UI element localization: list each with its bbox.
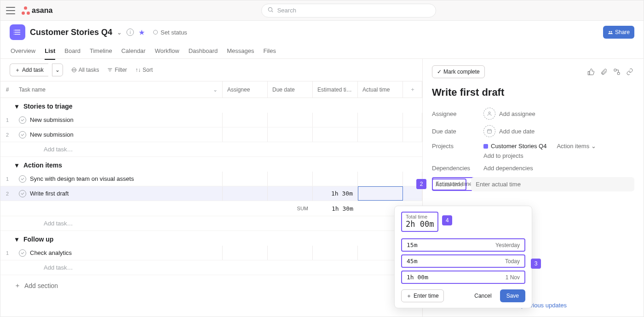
- list-pane: ＋ Add task ⌄ All tasks Filter ↑↓ Sort # …: [0, 59, 423, 317]
- assignee-label: Assignee: [432, 110, 483, 117]
- col-hash: #: [0, 81, 14, 98]
- actual-cell[interactable]: [358, 186, 403, 201]
- add-dependencies-button[interactable]: Add dependencies: [483, 165, 533, 172]
- save-button[interactable]: Save: [500, 289, 525, 302]
- projects-label: Projects: [432, 143, 483, 150]
- add-task-inline[interactable]: Add task…: [0, 142, 422, 157]
- time-entry-row[interactable]: 45m Today: [401, 254, 525, 268]
- menu-icon[interactable]: [6, 7, 15, 14]
- col-task-name[interactable]: Task name ⌄: [14, 81, 223, 98]
- chevron-down-icon: ⌄: [213, 86, 218, 93]
- add-task-dropdown[interactable]: ⌄: [52, 63, 63, 76]
- tab-overview[interactable]: Overview: [11, 45, 35, 60]
- task-row[interactable]: 1 Check analytics: [0, 246, 422, 260]
- project-title: Customer Stories Q4: [30, 28, 112, 37]
- status-dot-icon: [153, 30, 158, 35]
- project-chip[interactable]: Customer Stories Q4: [483, 143, 546, 150]
- dependencies-label: Dependencies: [432, 165, 483, 172]
- tab-timeline[interactable]: Timeline: [90, 45, 112, 60]
- asana-logo[interactable]: asana: [22, 6, 52, 15]
- col-estimated-time[interactable]: Estimated ti…: [313, 81, 358, 98]
- task-row[interactable]: 2 Write first draft 1h 30m: [0, 186, 422, 201]
- calendar-icon: [483, 125, 495, 137]
- add-section-button[interactable]: ＋ Add section: [0, 275, 422, 294]
- col-actual-time[interactable]: Actual time: [358, 81, 403, 98]
- tab-calendar[interactable]: Calendar: [121, 45, 146, 60]
- caret-down-icon: ▾: [15, 236, 18, 243]
- complete-checkbox-icon[interactable]: [19, 190, 26, 197]
- caret-down-icon: ▾: [15, 161, 18, 169]
- task-row[interactable]: 2 New submission: [0, 127, 422, 142]
- project-section-dropdown[interactable]: Action items ⌄: [557, 143, 596, 150]
- svg-point-6: [14, 32, 15, 33]
- caret-down-icon: ▾: [15, 103, 18, 110]
- subtask-icon[interactable]: [612, 67, 621, 76]
- project-header: Customer Stories Q4 ⌄ i ★ Set status Sha…: [0, 21, 644, 58]
- search-icon: [267, 6, 274, 14]
- svg-point-9: [610, 31, 612, 33]
- chevron-down-icon[interactable]: ⌄: [117, 29, 122, 36]
- actual-time-label: Actual time: [432, 179, 466, 190]
- complete-checkbox-icon[interactable]: [19, 249, 26, 257]
- col-assignee[interactable]: Assignee: [223, 81, 268, 98]
- set-status-button[interactable]: Set status: [153, 29, 187, 36]
- svg-rect-16: [614, 69, 616, 71]
- add-task-inline[interactable]: Add task…: [0, 216, 422, 231]
- add-due-date-button[interactable]: Add due date: [483, 125, 535, 137]
- search-placeholder: Search: [277, 7, 296, 14]
- search-input[interactable]: Search: [261, 4, 436, 17]
- svg-line-1: [271, 11, 273, 12]
- project-tabs: Overview List Board Timeline Calendar Wo…: [10, 45, 634, 60]
- attachment-icon[interactable]: [599, 67, 609, 76]
- share-button[interactable]: Share: [603, 26, 634, 39]
- total-time-box: Total time 2h 00m: [401, 212, 438, 232]
- section-stories-to-triage[interactable]: ▾ Stories to triage: [0, 98, 422, 113]
- enter-actual-time-button[interactable]: Enter actual time: [471, 177, 634, 191]
- svg-point-7: [14, 34, 15, 35]
- add-task-inline[interactable]: Add task…: [0, 260, 422, 275]
- section-sum-row: SUM 1h 30m: [0, 201, 422, 216]
- task-row[interactable]: 1 Sync with design team on visual assets: [0, 172, 422, 186]
- svg-rect-19: [488, 130, 492, 133]
- tab-files[interactable]: Files: [264, 45, 276, 60]
- enter-time-button[interactable]: ＋ Enter time: [401, 289, 444, 302]
- asana-logo-icon: [22, 6, 30, 15]
- section-action-items[interactable]: ▾ Action items: [0, 157, 422, 172]
- complete-checkbox-icon[interactable]: [19, 131, 26, 138]
- svg-point-0: [268, 7, 272, 11]
- complete-checkbox-icon[interactable]: [19, 175, 26, 183]
- col-due-date[interactable]: Due date: [268, 81, 313, 98]
- svg-point-5: [14, 30, 15, 31]
- add-to-projects-button[interactable]: Add to projects: [483, 152, 523, 159]
- time-entry-row[interactable]: 1h 00m 1 Nov: [401, 271, 525, 284]
- estimated-cell[interactable]: 1h 30m: [313, 186, 358, 201]
- tab-workflow[interactable]: Workflow: [155, 45, 179, 60]
- add-column-button[interactable]: ＋: [403, 81, 422, 98]
- tab-dashboard[interactable]: Dashboard: [189, 45, 218, 60]
- tab-list[interactable]: List: [45, 45, 55, 60]
- sort-button[interactable]: ↑↓ Sort: [135, 67, 153, 73]
- svg-point-18: [489, 112, 490, 114]
- section-follow-up[interactable]: ▾ Follow up: [0, 231, 422, 246]
- mark-complete-button[interactable]: ✓ Mark complete: [432, 65, 485, 78]
- all-tasks-filter[interactable]: All tasks: [71, 67, 99, 73]
- tab-messages[interactable]: Messages: [227, 45, 254, 60]
- list-toolbar: ＋ Add task ⌄ All tasks Filter ↑↓ Sort: [0, 59, 422, 81]
- like-icon[interactable]: [586, 67, 596, 76]
- tab-board[interactable]: Board: [64, 45, 80, 60]
- time-entry-row[interactable]: 15m Yesterday: [401, 238, 525, 252]
- task-title[interactable]: Write first draft: [432, 86, 634, 98]
- svg-rect-15: [588, 71, 589, 75]
- star-icon[interactable]: ★: [138, 28, 145, 37]
- complete-checkbox-icon[interactable]: [19, 116, 26, 124]
- link-icon[interactable]: [625, 67, 634, 76]
- info-icon[interactable]: i: [126, 29, 134, 36]
- add-task-button[interactable]: ＋ Add task: [10, 63, 48, 76]
- task-row[interactable]: 1 New submission: [0, 113, 422, 127]
- filter-button[interactable]: Filter: [107, 67, 127, 73]
- cancel-button[interactable]: Cancel: [470, 289, 496, 302]
- due-date-label: Due date: [432, 128, 483, 135]
- add-assignee-button[interactable]: Add assignee: [483, 108, 535, 120]
- column-headers: # Task name ⌄ Assignee Due date Estimate…: [0, 81, 422, 98]
- svg-rect-17: [617, 72, 620, 75]
